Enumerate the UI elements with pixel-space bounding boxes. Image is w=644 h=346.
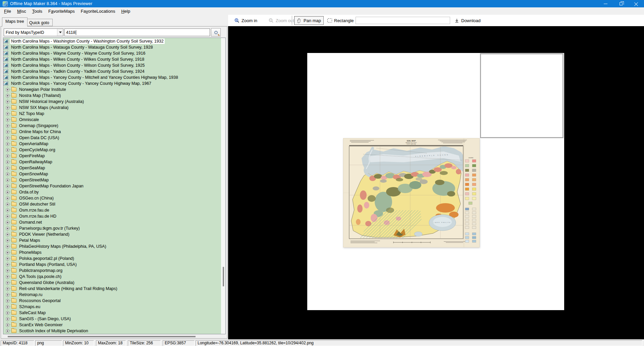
tree-item-folder[interactable]: Reit-und Wanderkarte (Hiking and Trail R… xyxy=(3,286,221,292)
expand-plus-icon[interactable] xyxy=(6,167,9,170)
expand-plus-icon[interactable] xyxy=(6,106,9,109)
expand-plus-icon[interactable] xyxy=(6,324,9,327)
tree-item-map[interactable]: North Carolina Maps - Wilkes County - Wi… xyxy=(3,56,221,62)
tab-maps-tree[interactable]: Maps tree xyxy=(2,17,28,26)
tree-item-map[interactable]: North Carolina Maps - Washington County … xyxy=(3,38,221,44)
menu-help[interactable]: Help xyxy=(118,8,133,14)
pan-map-button[interactable]: Pan map xyxy=(294,16,324,25)
expand-plus-icon[interactable] xyxy=(6,239,9,242)
tree-item-folder[interactable]: Publictransportmap.org xyxy=(3,268,221,274)
tree-item-folder[interactable]: NZ Topo Map xyxy=(3,111,221,117)
tree-item-folder[interactable]: Osm.rrze.fau.de HD xyxy=(3,213,221,219)
expand-plus-icon[interactable] xyxy=(6,251,9,254)
expand-plus-icon[interactable] xyxy=(6,173,9,176)
expand-plus-icon[interactable] xyxy=(6,330,9,333)
tree-item-folder[interactable]: OpenStreetMap Foundation Japan xyxy=(3,183,221,189)
tree-item-map[interactable]: North Carolina Maps - Wilson County - Wi… xyxy=(3,62,221,68)
tree-item-folder[interactable]: PhoneMaps xyxy=(3,249,221,255)
expand-plus-icon[interactable] xyxy=(6,257,9,260)
expand-plus-icon[interactable] xyxy=(6,136,9,139)
expand-plus-icon[interactable] xyxy=(6,311,9,314)
expand-plus-icon[interactable] xyxy=(6,281,9,284)
combo-dropdown-button[interactable] xyxy=(57,29,63,36)
tree-item-folder[interactable]: Parselsorgu.tkgm.gov.tr (Turkey) xyxy=(3,225,221,231)
minimize-button[interactable] xyxy=(598,0,613,7)
expand-plus-icon[interactable] xyxy=(6,203,9,206)
tree-item-folder[interactable]: OpenStreetMap xyxy=(3,177,221,183)
menu-file[interactable]: File xyxy=(1,8,14,14)
expand-plus-icon[interactable] xyxy=(6,185,9,188)
expand-plus-icon[interactable] xyxy=(6,100,9,103)
tree-item-map[interactable]: North Carolina Maps - Yadkin County - Ya… xyxy=(3,68,221,74)
search-input[interactable]: 4118 xyxy=(64,28,210,36)
expand-plus-icon[interactable] xyxy=(6,227,9,230)
expand-plus-icon[interactable] xyxy=(6,293,9,296)
expand-plus-icon[interactable] xyxy=(6,221,9,224)
menu-favoritemaps[interactable]: FavoriteMaps xyxy=(45,8,78,14)
expand-plus-icon[interactable] xyxy=(6,191,9,194)
zoom-in-button[interactable]: Zoom in xyxy=(232,16,260,25)
tree-item-folder[interactable]: Norwegian Polar Institute xyxy=(3,86,221,93)
expand-plus-icon[interactable] xyxy=(6,112,9,115)
expand-plus-icon[interactable] xyxy=(6,215,9,218)
menu-favoritelocations[interactable]: FavoriteLocations xyxy=(78,8,118,14)
tree-item-folder[interactable]: Polska.geoportal2.pl (Poland) xyxy=(3,255,221,262)
tree-item-folder[interactable]: Retromap.ru xyxy=(3,292,221,298)
tree-item-folder[interactable]: Portland Maps (Portland, USA) xyxy=(3,262,221,268)
expand-plus-icon[interactable] xyxy=(6,179,9,182)
tree-item-map[interactable]: North Carolina Maps - Yancey County - Mi… xyxy=(3,74,221,80)
tree-item-folder[interactable]: ScanEx Web Geomixer xyxy=(3,322,221,328)
tree-item-folder[interactable]: Roscosmos Geoportal xyxy=(3,298,221,304)
expand-plus-icon[interactable] xyxy=(6,287,9,290)
tree-item-folder[interactable]: QA Tools (qa.poole.ch) xyxy=(3,274,221,280)
expand-plus-icon[interactable] xyxy=(6,263,9,266)
tree-item-folder[interactable]: OpenAerialMap xyxy=(3,141,221,147)
tree-item-folder[interactable]: Petal Maps xyxy=(3,237,221,243)
map-viewport[interactable]: SOIL MAP WASHINGTON COUNTY NORTH CAROLIN… xyxy=(228,26,644,339)
rectangle-button[interactable]: Rectangle xyxy=(325,16,356,25)
find-by-select[interactable]: Find by MapsTypeID xyxy=(4,28,63,36)
tree-item-folder[interactable]: OpenSeaMap xyxy=(3,165,221,171)
tree-vertical-scroll-thumb[interactable] xyxy=(223,267,224,286)
download-button[interactable]: Download xyxy=(452,16,483,25)
tree-item-folder[interactable]: OSGeo.cn (China) xyxy=(3,195,221,201)
toolbar-text-field[interactable] xyxy=(356,17,450,24)
tree-item-folder[interactable]: Queensland Globe (Australia) xyxy=(3,280,221,286)
expand-plus-icon[interactable] xyxy=(6,305,9,308)
expand-plus-icon[interactable] xyxy=(6,94,9,97)
tree-item-folder[interactable]: Onemap (Singapore) xyxy=(3,123,221,129)
tree-horizontal-scrollbar[interactable] xyxy=(3,335,226,338)
tree-item-folder[interactable]: OpenRailwayMap xyxy=(3,159,221,165)
expand-plus-icon[interactable] xyxy=(6,155,9,158)
tree-item-folder[interactable]: Omniscale xyxy=(3,117,221,123)
expand-plus-icon[interactable] xyxy=(6,269,9,272)
tree-item-folder[interactable]: OpenSnowMap xyxy=(3,171,221,177)
tree-item-folder[interactable]: PhilaGeoHistory Maps (Philadelphia, PA, … xyxy=(3,243,221,249)
tree-item-folder[interactable]: NSW SIX Maps (Australia) xyxy=(3,105,221,111)
tree-item-folder[interactable]: S2maps.eu xyxy=(3,304,221,310)
expand-plus-icon[interactable] xyxy=(6,124,9,127)
tree-vertical-scrollbar[interactable] xyxy=(221,38,225,334)
restore-button[interactable] xyxy=(613,0,629,7)
tree-item-folder[interactable]: Open Data DC (USA) xyxy=(3,135,221,141)
map-canvas[interactable]: SOIL MAP WASHINGTON COUNTY NORTH CAROLIN… xyxy=(307,53,564,310)
expand-plus-icon[interactable] xyxy=(6,149,9,152)
tree-item-folder[interactable]: SafeCast Map xyxy=(3,310,221,316)
tab-quick-goto[interactable]: Quick goto xyxy=(26,19,53,26)
tree-item-folder[interactable]: OpenCycleMap.org xyxy=(3,147,221,153)
tree-item-folder[interactable]: PDOK Viewer (Netherland) xyxy=(3,231,221,237)
tree-item-folder[interactable]: Osmand.net xyxy=(3,219,221,225)
expand-plus-icon[interactable] xyxy=(6,275,9,278)
expand-plus-icon[interactable] xyxy=(6,318,9,321)
menu-tools[interactable]: Tools xyxy=(29,8,45,14)
expand-plus-icon[interactable] xyxy=(6,161,9,164)
tree-item-map[interactable]: North Carolina Maps - Watauga County - W… xyxy=(3,44,221,50)
tree-item-map[interactable]: North Carolina Maps - Wayne County - Way… xyxy=(3,50,221,56)
tree-item-folder[interactable]: Orda.of.by xyxy=(3,189,221,195)
expand-plus-icon[interactable] xyxy=(6,233,9,236)
tree-item-map[interactable]: North Carolina Maps - Yancey County - Ya… xyxy=(3,80,221,86)
tree-item-folder[interactable]: Osm.rrze.fau.de xyxy=(3,207,221,213)
close-button[interactable] xyxy=(629,0,644,7)
expand-plus-icon[interactable] xyxy=(6,142,9,146)
search-button[interactable] xyxy=(211,28,221,37)
